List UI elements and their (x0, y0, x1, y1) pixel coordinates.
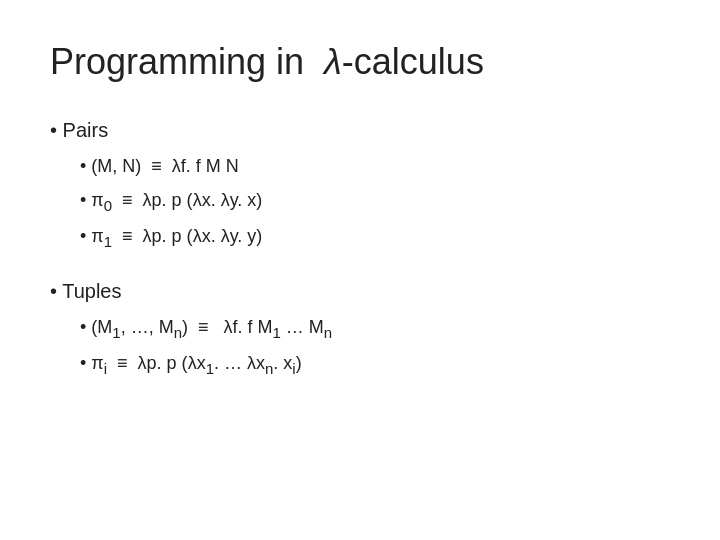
pairs-item-2: • π0 ≡ λp. p (λx. λy. x) (80, 185, 670, 218)
pairs-label: • Pairs (50, 113, 670, 147)
section-pairs: • Pairs • (M, N) ≡ λf. f M N • π0 ≡ λp. … (50, 113, 670, 254)
section-tuples: • Tuples • (M1, …, Mn) ≡ λf. f M1 … Mn •… (50, 274, 670, 381)
slide-title: Programming in λ-calculus (50, 40, 670, 83)
slide: Programming in λ-calculus • Pairs • (M, … (0, 0, 720, 540)
tuples-items: • (M1, …, Mn) ≡ λf. f M1 … Mn • πi ≡ λp.… (50, 312, 670, 381)
tuples-item-2: • πi ≡ λp. p (λx1. … λxn. xi) (80, 348, 670, 381)
pairs-items: • (M, N) ≡ λf. f M N • π0 ≡ λp. p (λx. λ… (50, 151, 670, 254)
pairs-item-1: • (M, N) ≡ λf. f M N (80, 151, 670, 182)
pairs-item-3: • π1 ≡ λp. p (λx. λy. y) (80, 221, 670, 254)
tuples-item-1: • (M1, …, Mn) ≡ λf. f M1 … Mn (80, 312, 670, 345)
tuples-label: • Tuples (50, 274, 670, 308)
content-area: • Pairs • (M, N) ≡ λf. f M N • π0 ≡ λp. … (50, 113, 670, 381)
lambda-symbol: λ (324, 41, 342, 82)
